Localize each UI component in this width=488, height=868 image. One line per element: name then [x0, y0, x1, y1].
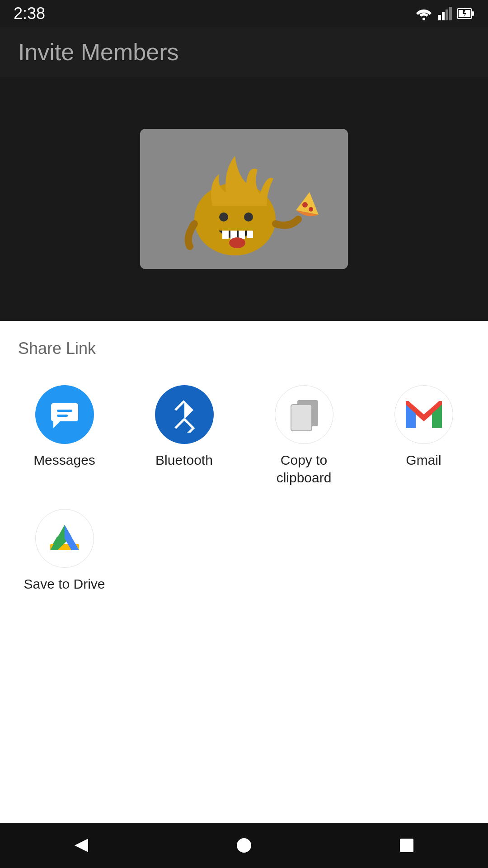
svg-rect-2 — [442, 12, 445, 20]
svg-rect-4 — [449, 7, 452, 20]
back-icon — [72, 836, 90, 854]
clipboard-icon — [288, 396, 320, 433]
drive-label: Save to Drive — [23, 575, 105, 593]
svg-marker-30 — [75, 839, 88, 852]
messages-label: Messages — [33, 451, 95, 469]
svg-rect-19 — [57, 410, 72, 412]
clipboard-icon-circle — [275, 385, 333, 444]
gmail-label: Gmail — [406, 451, 441, 469]
gmail-icon-circle — [394, 385, 453, 444]
share-clipboard-item[interactable]: Copy to clipboard — [249, 381, 359, 491]
svg-point-18 — [309, 207, 313, 212]
bluetooth-icon — [171, 396, 198, 433]
signal-icon — [438, 7, 452, 20]
drive-icon — [47, 520, 83, 557]
page-title: Invite Members — [18, 38, 178, 66]
svg-point-10 — [219, 212, 228, 222]
back-button[interactable] — [63, 827, 99, 863]
svg-point-17 — [302, 202, 308, 208]
svg-rect-22 — [291, 405, 312, 431]
bluetooth-icon-circle — [155, 385, 214, 444]
svg-rect-14 — [239, 231, 245, 239]
svg-point-11 — [244, 212, 253, 222]
drive-icon-circle — [35, 509, 94, 568]
status-bar: 2:38 — [0, 0, 488, 27]
status-time: 2:38 — [14, 4, 45, 23]
background-content — [0, 77, 488, 321]
app-header: Invite Members — [0, 27, 488, 77]
svg-rect-32 — [400, 839, 413, 852]
svg-rect-12 — [222, 231, 229, 239]
svg-rect-3 — [446, 9, 448, 20]
home-button[interactable] — [226, 827, 262, 863]
bottom-nav — [0, 823, 488, 868]
svg-point-31 — [237, 838, 251, 853]
share-bluetooth-item[interactable]: Bluetooth — [129, 381, 239, 491]
recent-button[interactable] — [389, 827, 425, 863]
svg-rect-6 — [472, 11, 474, 16]
svg-point-0 — [422, 18, 425, 20]
home-icon — [236, 837, 252, 854]
svg-rect-1 — [438, 15, 441, 20]
svg-rect-20 — [57, 415, 68, 417]
clipboard-label: Copy to clipboard — [253, 451, 355, 486]
gmail-icon — [406, 401, 442, 428]
share-grid-row1: Messages Bluetooth — [0, 367, 488, 505]
svg-rect-15 — [247, 231, 253, 238]
messages-icon — [49, 399, 80, 430]
share-link-title: Share Link — [0, 321, 488, 367]
share-grid-row2: Save to Drive — [0, 505, 488, 597]
status-icons — [415, 7, 474, 20]
bluetooth-label: Bluetooth — [155, 451, 213, 469]
svg-point-16 — [229, 237, 245, 248]
monster-image — [140, 129, 348, 269]
battery-icon — [457, 8, 474, 19]
share-sheet: Share Link Messages Blue — [0, 321, 488, 823]
recent-icon — [399, 838, 414, 853]
wifi-icon — [415, 7, 433, 20]
share-messages-item[interactable]: Messages — [9, 381, 120, 491]
share-gmail-item[interactable]: Gmail — [368, 381, 479, 491]
messages-icon-circle — [35, 385, 94, 444]
share-drive-item[interactable]: Save to Drive — [9, 505, 120, 597]
